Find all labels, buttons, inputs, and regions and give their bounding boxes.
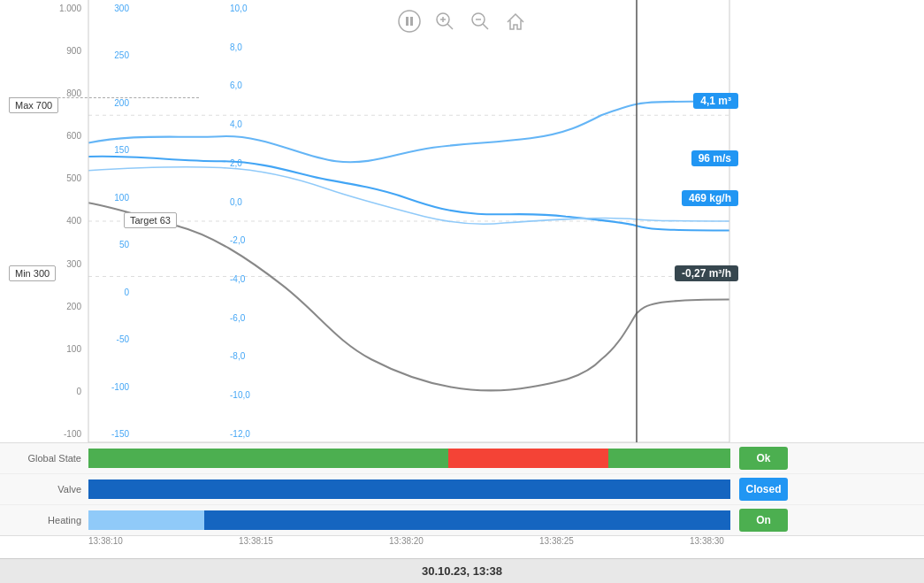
footer: 30.10.23, 13:38 bbox=[0, 558, 924, 583]
y-tick-mid: 250 bbox=[88, 50, 133, 60]
toolbar bbox=[395, 7, 530, 35]
y-tick-r: 6,0 bbox=[230, 81, 274, 90]
target63-annotation: Target 63 bbox=[124, 212, 177, 228]
heating-badge: On bbox=[739, 509, 788, 532]
valve-badge: Closed bbox=[739, 478, 788, 501]
heating-bar bbox=[88, 510, 730, 530]
y-tick: 600 bbox=[0, 131, 85, 141]
valve-row: Valve Closed bbox=[0, 474, 924, 505]
y-tick-r: -12,0 bbox=[230, 429, 274, 439]
chart-container: 1.000 900 800 600 500 400 300 200 100 0 … bbox=[0, 0, 924, 583]
y-tick: 0 bbox=[0, 387, 85, 396]
y-tick: 200 bbox=[0, 302, 85, 311]
y-tick-r: -8,0 bbox=[230, 351, 274, 361]
heating-label: Heating bbox=[0, 515, 88, 525]
x-tick: 13:38:30 bbox=[690, 536, 724, 546]
svg-rect-2 bbox=[410, 17, 413, 26]
y-tick: -100 bbox=[0, 429, 85, 439]
y-tick: 100 bbox=[0, 344, 85, 354]
valve-label: Valve bbox=[0, 484, 88, 495]
y-tick-mid: -150 bbox=[88, 429, 133, 439]
y-tick-r: 8,0 bbox=[230, 42, 274, 52]
y-tick-mid: 300 bbox=[88, 4, 133, 13]
y-tick: 400 bbox=[0, 216, 85, 226]
home-button[interactable] bbox=[501, 7, 530, 35]
y-tick-r: 0,0 bbox=[230, 197, 274, 207]
svg-rect-1 bbox=[406, 17, 409, 26]
global-state-badge: Ok bbox=[739, 447, 788, 470]
y-tick: 1.000 bbox=[0, 4, 85, 13]
x-tick: 13:38:15 bbox=[239, 536, 273, 546]
y-tick-mid: 50 bbox=[88, 240, 133, 249]
y-tick-mid: 150 bbox=[88, 145, 133, 155]
x-tick: 13:38:20 bbox=[389, 536, 424, 546]
x-tick: 13:38:25 bbox=[539, 536, 574, 546]
value-badge-v2: 96 m/s bbox=[691, 150, 738, 166]
heating-row: Heating On bbox=[0, 505, 924, 536]
y-tick-mid: -50 bbox=[88, 334, 133, 344]
y-tick-r: -10,0 bbox=[230, 390, 274, 400]
value-badge-v3: 469 kg/h bbox=[682, 190, 738, 206]
value-badge-v4: -0,27 m³/h bbox=[675, 265, 738, 281]
zoom-in-button[interactable] bbox=[431, 7, 459, 35]
y-tick: 900 bbox=[0, 46, 85, 56]
value-badge-v1: 4,1 m³ bbox=[693, 93, 738, 109]
y-tick-mid: 200 bbox=[88, 98, 133, 108]
y-tick-mid: 100 bbox=[88, 193, 133, 203]
y-tick-mid: 0 bbox=[88, 288, 133, 297]
svg-line-4 bbox=[447, 24, 453, 29]
x-axis: 13:38:10 13:38:15 13:38:20 13:38:25 13:3… bbox=[0, 535, 924, 558]
footer-datetime: 30.10.23, 13:38 bbox=[422, 564, 502, 578]
svg-line-8 bbox=[483, 24, 488, 29]
global-state-bar bbox=[88, 449, 730, 468]
y-tick-r: 2,0 bbox=[230, 158, 274, 168]
x-tick: 13:38:10 bbox=[88, 536, 123, 546]
zoom-out-button[interactable] bbox=[466, 7, 494, 35]
y-tick-r: -6,0 bbox=[230, 313, 274, 323]
max700-annotation: Max 700 bbox=[9, 97, 58, 113]
status-section: Global State Ok Valve Closed Heating bbox=[0, 442, 924, 535]
global-state-row: Global State Ok bbox=[0, 443, 924, 474]
svg-point-0 bbox=[399, 11, 420, 32]
chart-area: 1.000 900 800 600 500 400 300 200 100 0 … bbox=[0, 0, 924, 442]
min300-annotation: Min 300 bbox=[9, 265, 56, 281]
pause-button[interactable] bbox=[395, 7, 424, 35]
y-tick-r: 10,0 bbox=[230, 4, 274, 13]
y-tick-mid: -100 bbox=[88, 382, 133, 392]
y-tick-r: 4,0 bbox=[230, 119, 274, 129]
valve-bar bbox=[88, 479, 730, 499]
y-tick-r: -2,0 bbox=[230, 235, 274, 245]
y-axis-right: 10,0 8,0 6,0 4,0 2,0 0,0 -2,0 -4,0 -6,0 … bbox=[230, 0, 274, 442]
global-state-label: Global State bbox=[0, 453, 88, 464]
y-tick: 500 bbox=[0, 173, 85, 183]
y-tick-r: -4,0 bbox=[230, 274, 274, 284]
y-axis-left: 1.000 900 800 600 500 400 300 200 100 0 … bbox=[0, 0, 88, 442]
